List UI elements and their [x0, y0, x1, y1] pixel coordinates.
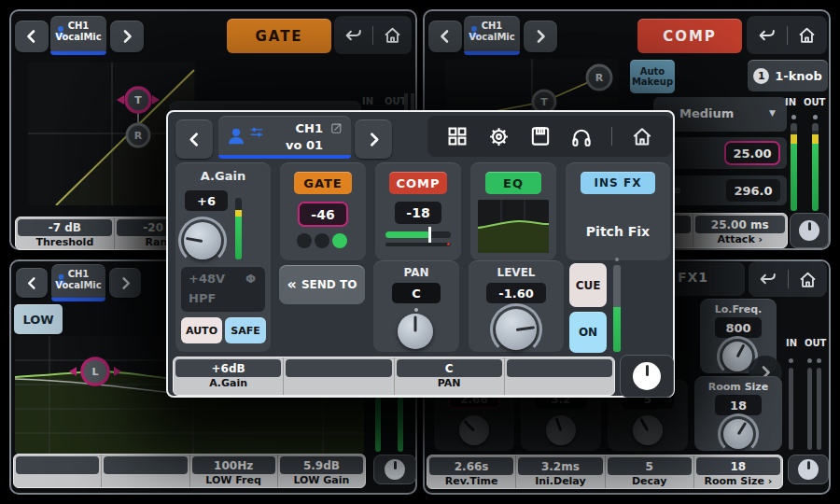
comp-channel-select-button[interactable]: CH1 VocalMic	[464, 16, 520, 55]
grid-menu-icon[interactable]	[446, 125, 469, 147]
eq-next-channel-button[interactable]	[109, 268, 141, 298]
back-icon[interactable]	[757, 27, 777, 44]
pan-knob[interactable]	[398, 314, 433, 349]
comp-card[interactable]: COMP -18	[375, 162, 461, 260]
gate-card[interactable]: GATE -46	[280, 162, 366, 260]
gate-badge[interactable]: GATE	[294, 172, 352, 194]
channel-color-underline	[50, 51, 106, 55]
footer-segment-inidelay[interactable]: 3.2msIni.Delay	[515, 455, 604, 488]
fx-knob-nudge-button[interactable]	[788, 455, 829, 484]
gate-range-handle[interactable]: R	[127, 124, 149, 147]
home-icon[interactable]	[797, 25, 817, 45]
again-knob[interactable]	[184, 222, 221, 259]
insfx-card[interactable]: INS FX Pitch Fix	[566, 162, 670, 260]
comp-param2-value[interactable]: 296.0	[726, 179, 780, 202]
meter-peak-dot	[791, 115, 796, 119]
fx-roomsize-value[interactable]: 18	[715, 395, 762, 415]
channel-name: VocalMic	[51, 280, 105, 291]
fx-decay-knob[interactable]	[633, 415, 663, 445]
comp-badge[interactable]: COMP	[389, 172, 447, 194]
comp-ratio-handle[interactable]: R	[587, 65, 611, 90]
auto-makeup-button[interactable]: Auto Makeup	[630, 60, 675, 93]
footer-segment-threshold[interactable]: -7 dBThreshold	[16, 217, 114, 249]
again-value[interactable]: +6	[185, 190, 228, 211]
back-icon[interactable]	[758, 271, 777, 287]
footer-segment-low-freq[interactable]: 100HzLOW Freq	[189, 455, 277, 487]
insfx-badge[interactable]: INS FX	[581, 172, 655, 194]
double-chevron-left-icon: «	[287, 279, 297, 290]
home-icon[interactable]	[631, 125, 653, 147]
gear-icon[interactable]	[487, 125, 511, 148]
eq-prev-channel-button[interactable]	[16, 268, 48, 298]
eq-knob-nudge-button[interactable]	[373, 455, 416, 484]
fx-roomsize-card[interactable]: Room Size 18	[694, 376, 782, 451]
footer-segment[interactable]	[504, 357, 614, 395]
footer-segment[interactable]	[101, 455, 189, 487]
comp-next-channel-button[interactable]	[524, 21, 557, 52]
popup-prev-channel-button[interactable]	[175, 119, 213, 159]
comp-prev-channel-button[interactable]	[428, 21, 462, 52]
footer-segment-decay[interactable]: 5Decay	[605, 455, 693, 488]
person-icon	[226, 126, 246, 147]
in-label: IN	[362, 96, 373, 106]
eq-card[interactable]: EQ	[470, 162, 556, 260]
edit-icon[interactable]	[330, 121, 343, 134]
comp-on-button[interactable]: COMP	[637, 19, 742, 53]
eq-band-low-button[interactable]: LOW	[14, 304, 63, 334]
gate-next-channel-button[interactable]	[110, 21, 144, 52]
comp-nav-box	[747, 16, 827, 54]
comp-param1-value[interactable]: 25.00	[724, 141, 780, 165]
cue-button[interactable]: CUE	[569, 263, 607, 307]
out-label: OUT	[385, 96, 406, 106]
gate-on-button[interactable]: GATE	[227, 19, 331, 53]
footer-segment-revtime[interactable]: 2.66sRev.Time	[427, 455, 515, 488]
auto-gain-button[interactable]: AUTO	[181, 317, 222, 343]
home-icon[interactable]	[798, 270, 818, 289]
phantom-hpf-box[interactable]: +48V Φ HPF	[181, 267, 265, 312]
fx-revtime-knob[interactable]	[459, 415, 489, 445]
on-button[interactable]: ON	[569, 312, 607, 353]
safe-button[interactable]: SAFE	[225, 317, 266, 343]
gate-threshold-value[interactable]: -46	[298, 202, 348, 227]
popup-channel-select-button[interactable]: CH1 vo 01	[218, 116, 351, 159]
fx-inidelay-knob[interactable]	[546, 415, 576, 445]
footer-segment-again[interactable]: +6dBA.Gain	[174, 357, 283, 395]
footer-segment[interactable]	[283, 357, 393, 395]
level-knob[interactable]	[496, 309, 537, 350]
back-icon[interactable]	[343, 27, 363, 44]
popup-knob-nudge-button[interactable]	[620, 355, 674, 398]
fx-roomsize-knob[interactable]	[723, 419, 753, 449]
fx-lofreq-value[interactable]: 800	[715, 317, 762, 338]
channel-id: CH1	[296, 121, 323, 135]
again-card: A.Gain +6 +48V Φ HPF AUTO SAFE	[175, 162, 271, 352]
insfx-name: Pitch Fix	[566, 224, 670, 239]
footer-segment-attack[interactable]: 25.00 msAttack ›	[693, 214, 788, 247]
footer-segment[interactable]	[14, 455, 101, 487]
gate-channel-select-button[interactable]: CH1 VocalMic	[50, 16, 106, 55]
footer-segment-pan[interactable]: CPAN	[394, 357, 504, 395]
level-value[interactable]: -1.60	[486, 283, 546, 303]
chevron-right-icon	[117, 274, 134, 292]
one-knob-button[interactable]: 1 1-knob	[748, 60, 828, 91]
footer-segment-low-gain[interactable]: 5.9dBLOW Gain	[277, 455, 365, 487]
eq-mini-graph	[478, 200, 549, 253]
gate-threshold-handle[interactable]: T	[117, 88, 160, 112]
comp-threshold-value[interactable]: -18	[395, 202, 441, 224]
divider	[611, 127, 612, 146]
channel-meter	[613, 265, 621, 352]
headphones-icon[interactable]	[570, 125, 593, 147]
comp-threshold-handle[interactable]: T	[533, 91, 555, 112]
gate-prev-channel-button[interactable]	[15, 21, 49, 52]
pan-value[interactable]: C	[392, 283, 441, 303]
eq-channel-select-button[interactable]: CH1 VocalMic	[51, 264, 105, 301]
fx-lofreq-knob[interactable]	[722, 342, 752, 371]
eq-badge[interactable]: EQ	[485, 172, 541, 194]
home-icon[interactable]	[383, 25, 402, 45]
channel-id: CH1	[464, 21, 520, 32]
comp-knob-nudge-button[interactable]	[790, 213, 829, 248]
one-knob-icon: 1	[753, 68, 769, 84]
popup-next-channel-button[interactable]	[355, 119, 392, 159]
footer-segment-roomsize[interactable]: 18Room Size ›	[693, 455, 782, 488]
save-icon[interactable]	[529, 125, 552, 147]
send-to-button[interactable]: « SEND TO	[279, 265, 365, 304]
